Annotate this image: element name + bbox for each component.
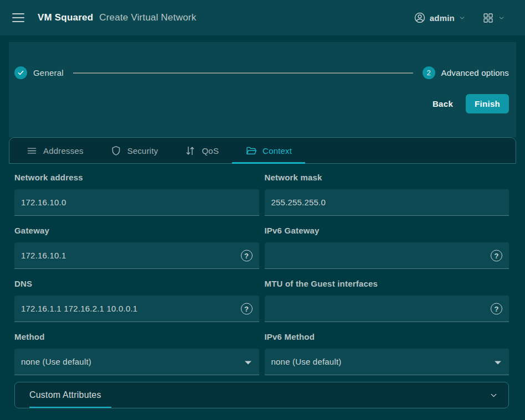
page-title: Create Virtual Network — [99, 12, 196, 23]
folder-open-icon — [245, 145, 257, 157]
tab-label: Security — [127, 146, 158, 155]
app-brand: VM Squared — [38, 12, 93, 23]
tab-security[interactable]: Security — [97, 138, 172, 163]
custom-attributes-accordion[interactable]: Custom Attributes — [14, 382, 509, 408]
section-tabbar: Addresses Security QoS Co — [9, 137, 516, 164]
sort-arrows-icon — [184, 145, 196, 157]
selected-option: none (Use default) — [21, 357, 91, 366]
field-method: Method none (Use default) — [14, 331, 259, 375]
step-label: Advanced options — [441, 68, 509, 77]
help-icon[interactable]: ? — [491, 250, 502, 262]
field-label: IPv6 Gateway — [265, 225, 509, 237]
field-dns: DNS ? — [14, 278, 259, 322]
help-icon[interactable]: ? — [491, 303, 502, 315]
app-window: VM Squared Create Virtual Network admin — [0, 0, 525, 420]
user-avatar-icon — [414, 12, 426, 24]
field-label: MTU of the Guest interfaces — [265, 278, 509, 290]
field-network-mask: Network mask — [265, 172, 509, 216]
field-label: Network address — [14, 172, 259, 184]
field-gateway: Gateway ? — [14, 225, 259, 269]
stepper-connector — [73, 72, 413, 74]
ipv6-method-select[interactable]: none (Use default) — [265, 349, 509, 375]
field-network-address: Network address — [14, 172, 259, 216]
user-name: admin — [430, 13, 455, 23]
chevron-down-icon — [489, 391, 498, 400]
ipv6-gateway-input[interactable] — [265, 242, 509, 269]
mtu-input[interactable] — [265, 295, 509, 322]
context-form: Network address Network mask Gateway ? — [14, 172, 509, 375]
step-completed-check-icon — [14, 66, 27, 79]
step-label: General — [33, 68, 64, 77]
list-icon — [26, 145, 38, 157]
help-icon[interactable]: ? — [241, 303, 253, 315]
network-mask-input[interactable] — [265, 189, 509, 216]
wizard-actions: Back Finish — [14, 94, 509, 113]
step-general[interactable]: General — [14, 66, 64, 79]
main-content: General 2 Advanced options Back Finish A… — [0, 35, 525, 420]
step-number-badge: 2 — [423, 66, 435, 79]
tab-context[interactable]: Context — [232, 138, 305, 163]
field-ipv6-method: IPv6 Method none (Use default) — [265, 331, 509, 375]
tab-addresses[interactable]: Addresses — [13, 138, 97, 163]
tab-label: Context — [262, 146, 292, 155]
tab-qos[interactable]: QoS — [171, 138, 232, 163]
field-mtu: MTU of the Guest interfaces ? — [265, 278, 509, 322]
shield-icon — [110, 145, 122, 157]
field-label: DNS — [14, 278, 259, 290]
field-ipv6-gateway: IPv6 Gateway ? — [265, 225, 509, 269]
field-label: Gateway — [14, 225, 259, 237]
method-select[interactable]: none (Use default) — [14, 349, 259, 375]
tab-label: Addresses — [43, 146, 84, 155]
user-menu[interactable]: admin — [414, 12, 466, 24]
finish-button[interactable]: Finish — [466, 94, 509, 113]
field-label: Network mask — [265, 172, 509, 184]
selected-option: none (Use default) — [271, 357, 342, 366]
accordion-title: Custom Attributes — [29, 384, 111, 408]
apps-menu[interactable] — [482, 12, 505, 24]
field-label: Method — [14, 331, 259, 343]
top-bar: VM Squared Create Virtual Network admin — [0, 0, 525, 35]
help-icon[interactable]: ? — [241, 250, 253, 262]
chevron-down-icon — [459, 14, 466, 22]
wizard-panel: General 2 Advanced options Back Finish — [9, 42, 516, 137]
wizard-stepper: General 2 Advanced options — [14, 66, 509, 79]
apps-grid-icon — [482, 12, 494, 24]
back-button[interactable]: Back — [429, 95, 456, 113]
dns-input[interactable] — [14, 295, 259, 322]
field-label: IPv6 Method — [265, 331, 509, 343]
step-advanced-options[interactable]: 2 Advanced options — [423, 66, 509, 79]
tab-label: QoS — [202, 146, 219, 155]
chevron-down-icon — [498, 14, 505, 22]
menu-icon[interactable] — [12, 13, 24, 22]
network-address-input[interactable] — [14, 189, 259, 216]
gateway-input[interactable] — [14, 242, 259, 269]
